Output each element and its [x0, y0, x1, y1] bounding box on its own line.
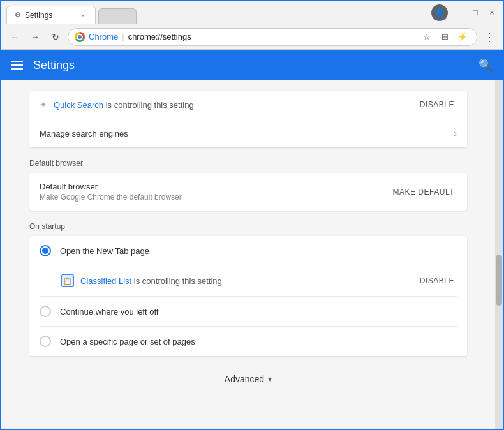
- settings-page-title: Settings: [33, 59, 75, 72]
- specific-page-radio-circle: [40, 336, 51, 347]
- account-button[interactable]: 👤: [431, 4, 448, 21]
- specific-page-radio-label: Open a specific page or set of pages: [60, 337, 195, 346]
- inactive-tab[interactable]: [98, 8, 137, 24]
- address-chrome-label: Chrome: [89, 32, 118, 41]
- content-inner: ✦ Quick Search is controlling this setti…: [1, 80, 495, 415]
- settings-search-icon[interactable]: 🔍: [478, 58, 493, 72]
- controlling-suffix: is controlling this setting: [103, 100, 194, 110]
- tab-area: ⚙ Settings ×: [6, 1, 137, 24]
- settings-tab-icon: ⚙: [15, 11, 21, 19]
- manage-search-engines-row[interactable]: Manage search engines ›: [29, 119, 467, 147]
- back-button[interactable]: ←: [6, 29, 23, 45]
- default-browser-section: Default browser Default browser Make Goo…: [1, 147, 495, 211]
- advanced-label: Advanced: [225, 374, 264, 384]
- classified-list-icon: 📋: [61, 274, 74, 287]
- title-bar: ⚙ Settings × 👤 — □ ×: [1, 1, 503, 24]
- window-controls: 👤 — □ ×: [431, 4, 498, 21]
- classified-icon-inner: 📋: [63, 277, 72, 285]
- address-bar-icons: ☆ ⊞ ⚡: [419, 29, 470, 45]
- forward-button[interactable]: →: [27, 29, 43, 45]
- scrollbar-thumb[interactable]: [496, 255, 502, 306]
- continue-radio-option[interactable]: Continue where you left off: [29, 297, 467, 326]
- settings-header: Settings 🔍: [1, 50, 503, 80]
- classified-controlling-row: 📋 Classified List is controlling this se…: [29, 265, 467, 296]
- quick-search-link[interactable]: Quick Search: [54, 100, 103, 110]
- default-browser-sub: Make Google Chrome the default browser: [40, 193, 390, 202]
- maximize-button[interactable]: □: [470, 7, 481, 19]
- address-input-wrap[interactable]: Chrome | chrome://settings ☆ ⊞ ⚡: [68, 28, 477, 46]
- minimize-button[interactable]: —: [453, 7, 464, 19]
- tab-close-button[interactable]: ×: [78, 11, 87, 20]
- wand-icon: ✦: [40, 100, 47, 110]
- address-url: chrome://settings: [128, 32, 415, 41]
- make-default-button[interactable]: MAKE DEFAULT: [390, 188, 457, 196]
- browser-menu-button[interactable]: ⋮: [481, 29, 498, 45]
- reader-mode-button[interactable]: ⊞: [437, 29, 452, 45]
- close-window-button[interactable]: ×: [486, 7, 498, 19]
- scrollbar[interactable]: [495, 80, 503, 429]
- quick-search-disable-button[interactable]: DISABLE: [417, 100, 457, 109]
- search-card: ✦ Quick Search is controlling this setti…: [29, 91, 467, 147]
- default-browser-section-label: Default browser: [29, 147, 467, 173]
- new-tab-radio-circle: [40, 245, 51, 256]
- advanced-button[interactable]: Advanced ▾: [214, 369, 282, 389]
- quick-search-controlling-text: Quick Search is controlling this setting: [54, 100, 411, 110]
- new-tab-radio-label: Open the New Tab page: [60, 246, 149, 256]
- hamburger-menu-button[interactable]: [11, 61, 23, 70]
- bookmark-button[interactable]: ☆: [419, 29, 434, 45]
- address-bar: ← → ↻ Chrome | chrome://settings ☆ ⊞ ⚡ ⋮: [1, 24, 503, 50]
- content-area: DLCC ✦ Quick Search is controlling this …: [1, 80, 503, 429]
- content-scroll: DLCC ✦ Quick Search is controlling this …: [1, 80, 495, 429]
- active-tab[interactable]: ⚙ Settings ×: [6, 6, 96, 24]
- default-browser-card: Default browser Make Google Chrome the d…: [29, 173, 467, 211]
- classified-suffix: is controlling this setting: [131, 276, 222, 286]
- on-startup-section-label: On startup: [29, 211, 467, 236]
- reload-button[interactable]: ↻: [47, 29, 64, 45]
- on-startup-section: On startup Open the New Tab page 📋: [1, 211, 495, 356]
- quick-search-controlling-row: ✦ Quick Search is controlling this setti…: [29, 91, 467, 119]
- chrome-logo-icon: [75, 32, 85, 42]
- browser-window: ⚙ Settings × 👤 — □ × ← → ↻ Chrome | chro…: [0, 0, 504, 430]
- search-section: ✦ Quick Search is controlling this setti…: [1, 80, 495, 147]
- continue-radio-circle: [40, 306, 51, 317]
- cast-button[interactable]: ⚡: [455, 29, 470, 45]
- continue-radio-label: Continue where you left off: [60, 307, 158, 316]
- default-browser-row: Default browser Make Google Chrome the d…: [29, 173, 467, 211]
- default-browser-info: Default browser Make Google Chrome the d…: [40, 182, 390, 202]
- startup-card: Open the New Tab page 📋 Classified List …: [29, 236, 467, 356]
- classified-controlling-text: Classified List is controlling this sett…: [80, 276, 411, 286]
- manage-search-engines-label: Manage search engines: [40, 129, 454, 138]
- classified-list-link[interactable]: Classified List: [80, 276, 131, 286]
- new-tab-radio-option[interactable]: Open the New Tab page: [29, 236, 467, 265]
- advanced-section: Advanced ▾: [1, 356, 495, 402]
- advanced-chevron-icon: ▾: [268, 374, 272, 383]
- default-browser-title: Default browser: [40, 182, 390, 191]
- active-tab-label: Settings: [25, 11, 52, 20]
- classified-disable-button[interactable]: DISABLE: [417, 276, 457, 285]
- specific-page-radio-option[interactable]: Open a specific page or set of pages: [29, 327, 467, 356]
- manage-search-chevron-icon: ›: [454, 128, 457, 138]
- address-separator: |: [122, 32, 124, 41]
